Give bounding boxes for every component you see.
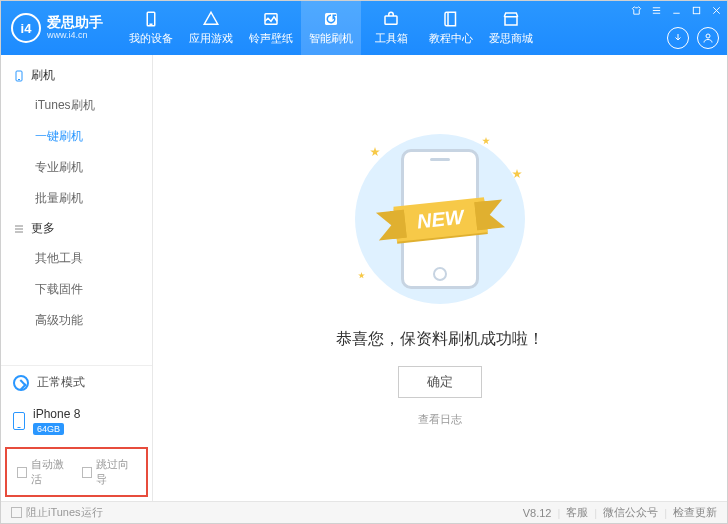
sidebar-item-download-firmware[interactable]: 下载固件: [1, 274, 152, 305]
checkbox-icon: [17, 467, 27, 478]
tab-label: 工具箱: [375, 31, 408, 46]
phone-outline-icon: [13, 68, 25, 84]
list-icon: [13, 223, 25, 235]
sidebar-item-other-tools[interactable]: 其他工具: [1, 243, 152, 274]
statusbar: 阻止iTunes运行 V8.12 | 客服 | 微信公众号 | 检查更新: [1, 501, 727, 523]
app-logo: i4 爱思助手 www.i4.cn: [1, 13, 113, 43]
tab-tutorials[interactable]: 教程中心: [421, 1, 481, 55]
success-illustration: NEW: [340, 129, 540, 309]
success-message: 恭喜您，保资料刷机成功啦！: [336, 329, 544, 350]
sidebar-item-advanced[interactable]: 高级功能: [1, 305, 152, 336]
tab-toolbox[interactable]: 工具箱: [361, 1, 421, 55]
checkbox-icon: [11, 507, 22, 518]
sidebar-item-pro-flash[interactable]: 专业刷机: [1, 152, 152, 183]
group-title: 更多: [31, 220, 55, 237]
sidebar-group-more[interactable]: 更多: [1, 214, 152, 243]
main-content: NEW 恭喜您，保资料刷机成功啦！ 确定 查看日志: [153, 55, 727, 501]
app-name: 爱思助手: [47, 15, 103, 30]
app-url: www.i4.cn: [47, 31, 103, 41]
device-indicator[interactable]: iPhone 8 64GB: [1, 399, 152, 443]
book-icon: [442, 10, 460, 28]
mode-label: 正常模式: [37, 374, 85, 391]
sidebar-item-oneclick-flash[interactable]: 一键刷机: [1, 121, 152, 152]
toolbox-icon: [382, 10, 400, 28]
minimize-button[interactable]: [669, 3, 683, 17]
skin-button[interactable]: [629, 3, 643, 17]
maximize-button[interactable]: [689, 3, 703, 17]
sidebar-group-flash[interactable]: 刷机: [1, 61, 152, 90]
view-log-link[interactable]: 查看日志: [418, 412, 462, 427]
user-controls: [667, 27, 719, 49]
logo-icon: i4: [11, 13, 41, 43]
tab-ringtones[interactable]: 铃声壁纸: [241, 1, 301, 55]
checkbox-label: 阻止iTunes运行: [26, 505, 103, 520]
tab-label: 应用游戏: [189, 31, 233, 46]
mode-icon: [13, 375, 29, 391]
sidebar: 刷机 iTunes刷机 一键刷机 专业刷机 批量刷机 更多 其他工具 下载固件 …: [1, 55, 153, 501]
apps-icon: [202, 10, 220, 28]
menu-button[interactable]: [649, 3, 663, 17]
mode-indicator[interactable]: 正常模式: [1, 366, 152, 399]
support-link[interactable]: 客服: [566, 505, 588, 520]
svg-rect-4: [385, 16, 397, 24]
tab-label: 我的设备: [129, 31, 173, 46]
block-itunes-checkbox[interactable]: 阻止iTunes运行: [11, 505, 103, 520]
tab-label: 智能刷机: [309, 31, 353, 46]
options-row: 自动激活 跳过向导: [5, 447, 148, 497]
tab-label: 爱思商城: [489, 31, 533, 46]
store-icon: [502, 10, 520, 28]
sidebar-item-itunes-flash[interactable]: iTunes刷机: [1, 90, 152, 121]
device-name: iPhone 8: [33, 407, 80, 421]
device-storage-badge: 64GB: [33, 423, 64, 435]
version-label: V8.12: [523, 507, 552, 519]
download-button[interactable]: [667, 27, 689, 49]
group-title: 刷机: [31, 67, 55, 84]
tab-store[interactable]: 爱思商城: [481, 1, 541, 55]
svg-point-13: [706, 34, 710, 38]
phone-icon: [142, 10, 160, 28]
device-phone-icon: [13, 412, 25, 430]
checkbox-icon: [82, 467, 92, 478]
sidebar-item-batch-flash[interactable]: 批量刷机: [1, 183, 152, 214]
titlebar: i4 爱思助手 www.i4.cn 我的设备 应用游戏 铃声壁纸 智能刷机 工具…: [1, 1, 727, 55]
refresh-icon: [322, 10, 340, 28]
close-button[interactable]: [709, 3, 723, 17]
tab-apps[interactable]: 应用游戏: [181, 1, 241, 55]
checkbox-label: 跳过向导: [96, 457, 136, 487]
wechat-link[interactable]: 微信公众号: [603, 505, 658, 520]
skip-wizard-checkbox[interactable]: 跳过向导: [82, 457, 137, 487]
main-tabs: 我的设备 应用游戏 铃声壁纸 智能刷机 工具箱 教程中心 爱思商城: [121, 1, 541, 55]
tab-flash[interactable]: 智能刷机: [301, 1, 361, 55]
check-update-link[interactable]: 检查更新: [673, 505, 717, 520]
auto-activate-checkbox[interactable]: 自动激活: [17, 457, 72, 487]
window-controls: [629, 3, 723, 17]
svg-rect-10: [693, 7, 699, 13]
checkbox-label: 自动激活: [31, 457, 71, 487]
image-icon: [262, 10, 280, 28]
tab-my-device[interactable]: 我的设备: [121, 1, 181, 55]
ok-button[interactable]: 确定: [398, 366, 482, 398]
tab-label: 铃声壁纸: [249, 31, 293, 46]
tab-label: 教程中心: [429, 31, 473, 46]
user-button[interactable]: [697, 27, 719, 49]
